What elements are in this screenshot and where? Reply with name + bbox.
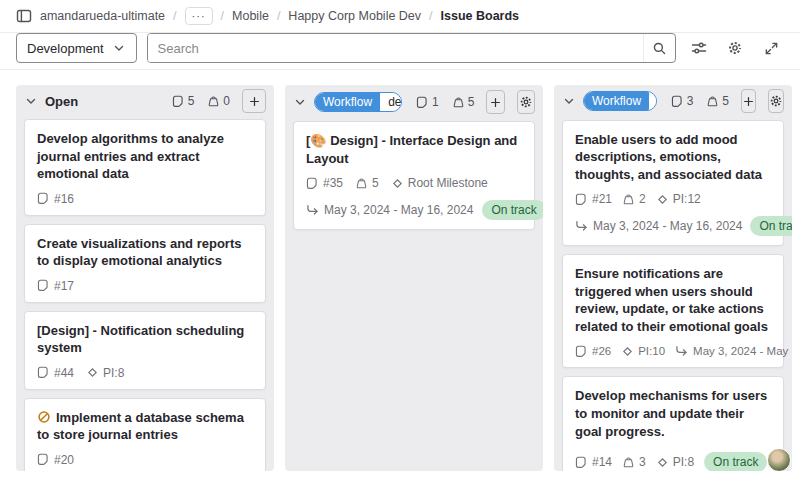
issue-icon (575, 456, 588, 469)
breadcrumb-ellipsis-button[interactable]: ··· (185, 7, 213, 25)
search-input[interactable] (148, 34, 643, 62)
scoped-label-key: Workflow (584, 92, 649, 110)
issue-count: 3 (671, 94, 694, 108)
card-title: Develop mechanisms for users to monitor … (575, 387, 771, 440)
scoped-label-value: design (380, 93, 402, 111)
weight-count: 0 (207, 94, 230, 108)
issue-icon (575, 193, 588, 206)
breadcrumb-separator: / (173, 9, 176, 23)
avatar[interactable] (767, 448, 791, 471)
board-column-open: Open 5 0 Develop algorithms to analyze j… (16, 85, 274, 471)
expand-icon[interactable] (758, 35, 784, 61)
issue-card[interactable]: [Design] - Notification scheduling syste… (24, 311, 266, 390)
board-switcher-value: Development (27, 41, 104, 56)
issue-card[interactable]: Develop algorithms to analyze journal en… (24, 119, 266, 216)
weight-icon (355, 177, 368, 190)
issue-reference: #14 (575, 455, 612, 469)
add-issue-button[interactable] (242, 89, 266, 113)
date-range-icon (575, 219, 589, 233)
iteration-label: PI:12 (656, 192, 701, 206)
issue-reference: #20 (37, 453, 74, 467)
iteration-diamond-icon (86, 366, 99, 379)
card-list: Develop algorithms to analyze journal en… (16, 115, 274, 471)
collapse-chevron-icon[interactable] (562, 94, 576, 108)
breadcrumb-separator: / (429, 9, 432, 23)
sidebar-toggle-icon[interactable] (16, 8, 32, 24)
health-status-badge: On track (482, 200, 543, 220)
weight-count: 5 (452, 95, 475, 109)
column-title: Open (45, 94, 78, 109)
issue-card[interactable]: Implement a database schema to store jou… (24, 398, 266, 471)
breadcrumb-subgroup[interactable]: Happy Corp Mobile Dev (288, 9, 421, 23)
scoped-label[interactable]: Workflow Ready for dev (583, 91, 657, 111)
weight-label: 2 (622, 192, 646, 206)
board-toolbar: Development (0, 33, 800, 70)
issue-icon (671, 95, 684, 108)
breadcrumb-project[interactable]: amandarueda-ultimate (40, 9, 165, 23)
card-title: Implement a database schema to store jou… (37, 409, 253, 444)
card-title: [🎨 Design] - Interface Design and Layout (306, 132, 522, 167)
scoped-label-key: Workflow (315, 93, 380, 111)
column-settings-gear-icon[interactable] (768, 89, 784, 113)
column-header: Workflow Ready for dev 3 5 (554, 85, 792, 116)
issue-board: Open 5 0 Develop algorithms to analyze j… (0, 70, 800, 484)
issue-reference: #17 (37, 279, 74, 293)
chevron-down-icon (112, 41, 126, 55)
milestone-diamond-icon (391, 177, 404, 190)
scoped-label[interactable]: Workflow design (314, 92, 402, 112)
collapse-chevron-icon[interactable] (24, 94, 38, 108)
board-column-workflow-ready-for-dev: Workflow Ready for dev 3 5 Enable users … (554, 85, 792, 471)
iteration-label: PI:8 (86, 366, 124, 380)
issue-card[interactable]: Enable users to add mood descriptions, e… (562, 120, 784, 247)
card-list: Enable users to add mood descriptions, e… (554, 116, 792, 471)
date-range-icon (675, 344, 689, 358)
issue-reference: #44 (37, 366, 74, 380)
issue-icon (37, 192, 50, 205)
iteration-diamond-icon (621, 345, 634, 358)
issue-icon (37, 453, 50, 466)
card-title: Ensure notifications are triggered when … (575, 265, 771, 335)
weight-label: 3 (622, 455, 646, 469)
breadcrumb-group[interactable]: Mobile (232, 9, 269, 23)
issue-count: 5 (172, 94, 195, 108)
date-range: May 3, 2024 - May 16, 2024 (575, 219, 742, 233)
search-icon[interactable] (643, 34, 675, 62)
board-column-workflow-design: Workflow design 1 5 [🎨 Design] - Interfa… (285, 85, 543, 471)
weight-icon (622, 456, 635, 469)
date-range: May 3, 2024 - May 16, 2024 (675, 344, 792, 358)
issue-icon (416, 96, 429, 109)
issue-card[interactable]: Create visualizations and reports to dis… (24, 224, 266, 303)
breadcrumb-separator: / (277, 9, 280, 23)
issue-reference: #21 (575, 192, 612, 206)
weight-icon (207, 95, 220, 108)
issue-icon (306, 177, 319, 190)
iteration-label: PI:8 (656, 455, 694, 469)
issue-reference: #35 (306, 176, 343, 190)
weight-count: 5 (706, 94, 729, 108)
issue-card[interactable]: Develop mechanisms for users to monitor … (562, 376, 784, 471)
issue-card[interactable]: [🎨 Design] - Interface Design and Layout… (293, 121, 535, 230)
board-switcher-dropdown[interactable]: Development (16, 33, 137, 63)
filter-sliders-icon[interactable] (686, 35, 712, 61)
issue-card[interactable]: Ensure notifications are triggered when … (562, 254, 784, 368)
issue-reference: #16 (37, 192, 74, 206)
date-range-icon (306, 203, 320, 217)
card-title: Create visualizations and reports to dis… (37, 235, 253, 270)
scoped-label-value: Ready for dev (649, 92, 657, 110)
card-title: [Design] - Notification scheduling syste… (37, 322, 253, 357)
column-header: Open 5 0 (16, 85, 274, 115)
issue-icon (575, 345, 588, 358)
add-issue-button[interactable] (486, 90, 504, 114)
search-box (147, 33, 676, 63)
blocked-icon (37, 410, 51, 424)
weight-icon (706, 95, 719, 108)
weight-icon (452, 96, 465, 109)
breadcrumb: amandarueda-ultimate / ··· / Mobile / Ha… (0, 0, 800, 33)
collapse-chevron-icon[interactable] (293, 95, 307, 109)
add-issue-button[interactable] (741, 89, 756, 113)
column-settings-gear-icon[interactable] (517, 90, 535, 114)
health-status-badge: On track (704, 452, 767, 471)
gear-icon[interactable] (722, 35, 748, 61)
health-status-badge: On track (750, 216, 792, 236)
card-title: Enable users to add mood descriptions, e… (575, 131, 771, 184)
